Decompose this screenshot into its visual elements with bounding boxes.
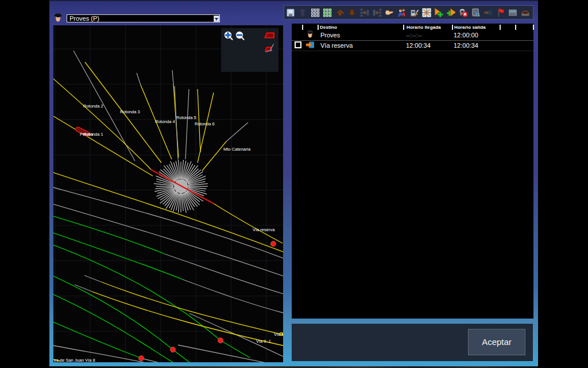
svg-text:Vía 9: Vía 9 <box>274 332 283 337</box>
svg-text:Rotonda 1: Rotonda 1 <box>83 132 103 137</box>
svg-text:Rotonda 4: Rotonda 4 <box>155 119 175 124</box>
svg-text:Vía reserva: Vía reserva <box>253 227 275 232</box>
svg-text:es de San Juan Vía 8: es de San Juan Vía 8 <box>54 358 95 362</box>
svg-text:Rotonda 2: Rotonda 2 <box>83 103 103 109</box>
svg-text:Mto Catenaria: Mto Catenaria <box>223 147 251 152</box>
svg-text:Rotonda 6: Rotonda 6 <box>195 121 215 126</box>
svg-text:Rotonda 3: Rotonda 3 <box>120 109 140 114</box>
svg-text:Rotonda 5: Rotonda 5 <box>176 115 196 120</box>
svg-text:Vía 9 .1: Vía 9 .1 <box>256 339 271 344</box>
